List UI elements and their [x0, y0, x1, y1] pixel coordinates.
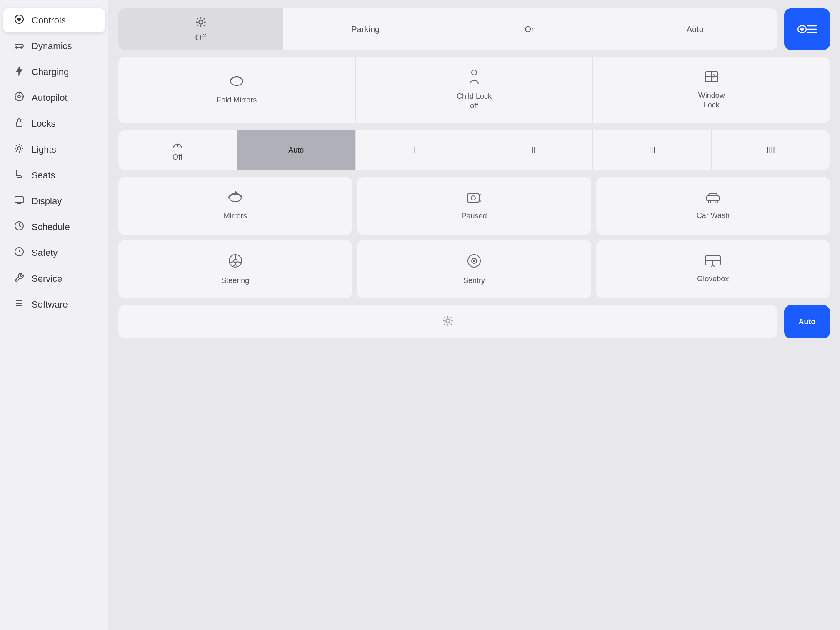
- fold-mirrors-button[interactable]: Fold Mirrors: [118, 57, 356, 123]
- wiper-tab-3[interactable]: III: [593, 130, 712, 170]
- sidebar-item-controls[interactable]: Controls: [3, 8, 105, 32]
- mirrors-card[interactable]: Mirrors: [118, 177, 352, 235]
- svg-line-37: [197, 25, 198, 25]
- glovebox-label: Glovebox: [697, 275, 729, 283]
- sidebar-item-schedule-label: Schedule: [32, 222, 70, 232]
- seats-icon: [13, 169, 25, 182]
- window-lock-label: WindowLock: [698, 91, 725, 110]
- svg-point-63: [234, 259, 237, 262]
- svg-point-72: [473, 260, 475, 262]
- child-lock-label: Child Lockoff: [457, 92, 492, 111]
- autopilot-icon: [13, 92, 25, 104]
- svg-line-15: [16, 145, 17, 146]
- dynamics-icon: [13, 40, 25, 52]
- svg-point-61: [715, 200, 718, 203]
- svg-point-30: [199, 20, 202, 24]
- sentry-icon: [467, 253, 482, 271]
- svg-line-34: [203, 25, 204, 25]
- auto-button[interactable]: Auto: [784, 305, 830, 338]
- lights-icon: [13, 143, 25, 156]
- sidebar-item-safety[interactable]: Safety: [3, 241, 105, 265]
- sidebar-item-display[interactable]: Display: [3, 189, 105, 213]
- auto-button-label: Auto: [799, 318, 816, 326]
- svg-line-65: [230, 262, 234, 262]
- fold-mirrors-label: Fold Mirrors: [217, 95, 257, 105]
- sidebar-item-lights[interactable]: Lights: [3, 138, 105, 162]
- svg-line-81: [444, 317, 445, 318]
- light-tab-on[interactable]: On: [448, 8, 613, 50]
- sidebar-item-schedule[interactable]: Schedule: [3, 215, 105, 239]
- controls-icon: [13, 14, 25, 27]
- svg-rect-59: [707, 196, 719, 201]
- schedule-icon: [13, 221, 25, 233]
- paused-label: Paused: [461, 212, 487, 220]
- beam-button[interactable]: [784, 8, 830, 50]
- window-lock-icon: [704, 70, 719, 87]
- svg-line-82: [451, 324, 452, 325]
- sidebar-item-display-label: Display: [32, 196, 62, 207]
- wiper-tab-auto[interactable]: Auto: [237, 130, 356, 170]
- svg-line-16: [22, 151, 22, 152]
- sidebar-item-dynamics[interactable]: Dynamics: [3, 34, 105, 58]
- glovebox-icon: [705, 255, 721, 270]
- sidebar-item-service[interactable]: Service: [3, 267, 105, 291]
- sentry-card[interactable]: Sentry: [357, 240, 591, 298]
- svg-line-66: [237, 262, 241, 262]
- svg-point-55: [471, 196, 475, 200]
- software-icon: [13, 298, 25, 311]
- car-wash-card[interactable]: Car Wash: [596, 177, 830, 235]
- locks-icon: [13, 118, 25, 130]
- bottom-light-icon: [442, 315, 454, 328]
- cards-grid: Mirrors Paused: [118, 177, 830, 298]
- wiper-tab-1[interactable]: I: [356, 130, 475, 170]
- mirrors-label: Mirrors: [224, 212, 247, 220]
- svg-point-78: [446, 319, 450, 322]
- sidebar-item-lights-label: Lights: [32, 144, 56, 155]
- svg-line-20: [22, 145, 22, 146]
- paused-card[interactable]: Paused: [357, 177, 591, 235]
- wiper-tab-off[interactable]: Off: [118, 130, 237, 170]
- window-lock-button[interactable]: WindowLock: [593, 57, 830, 123]
- sidebar-item-seats-label: Seats: [32, 170, 55, 181]
- svg-line-86: [451, 317, 452, 318]
- svg-rect-11: [16, 122, 22, 126]
- main-content: Off Parking On Auto: [108, 0, 840, 630]
- svg-point-40: [800, 28, 804, 31]
- steering-card[interactable]: Steering: [118, 240, 352, 298]
- light-tab-auto[interactable]: Auto: [613, 8, 778, 50]
- bottom-row: Auto: [118, 305, 830, 338]
- wiper-3-label: III: [649, 146, 655, 155]
- sidebar-item-locks[interactable]: Locks: [3, 112, 105, 136]
- glovebox-card[interactable]: Glovebox: [596, 240, 830, 298]
- wiper-off-label: Off: [172, 153, 182, 162]
- sidebar-item-autopilot-label: Autopilot: [32, 92, 68, 103]
- svg-point-1: [18, 18, 20, 20]
- light-tab-parking[interactable]: Parking: [283, 8, 448, 50]
- sidebar-item-dynamics-label: Dynamics: [32, 41, 72, 52]
- light-tab-auto-label: Auto: [687, 25, 704, 34]
- wiper-tab-2[interactable]: II: [474, 130, 593, 170]
- steering-icon: [228, 253, 243, 271]
- child-lock-button[interactable]: Child Lockoff: [356, 57, 593, 123]
- sidebar-item-seats[interactable]: Seats: [3, 163, 105, 188]
- sidebar-item-autopilot[interactable]: Autopilot: [3, 86, 105, 110]
- service-icon: [13, 272, 25, 285]
- sidebar-item-safety-label: Safety: [32, 248, 58, 258]
- svg-point-12: [18, 147, 21, 150]
- sidebar-item-software[interactable]: Software: [3, 292, 105, 317]
- sidebar-item-service-label: Service: [32, 273, 62, 284]
- sidebar-item-charging[interactable]: Charging: [3, 60, 105, 84]
- svg-line-38: [203, 18, 204, 19]
- bottom-light-tabs: [118, 305, 778, 338]
- svg-line-33: [197, 18, 198, 19]
- svg-point-50: [230, 194, 241, 202]
- sidebar-item-charging-label: Charging: [32, 67, 69, 78]
- wiper-2-label: II: [531, 146, 535, 155]
- light-tab-off[interactable]: Off: [118, 8, 283, 50]
- wiper-tab-4[interactable]: IIII: [712, 130, 830, 170]
- svg-point-44: [230, 77, 243, 85]
- child-lock-icon: [468, 69, 481, 88]
- light-controls-row: Off Parking On Auto: [118, 8, 830, 50]
- svg-point-6: [18, 95, 20, 98]
- charging-icon: [13, 66, 25, 78]
